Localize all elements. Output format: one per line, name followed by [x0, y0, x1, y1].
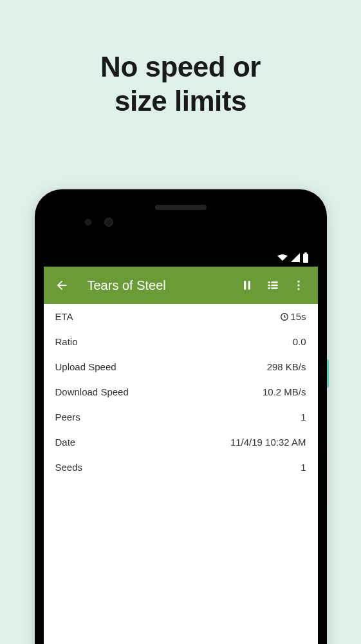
marketing-headline: No speed or size limits: [0, 0, 361, 118]
svg-rect-3: [248, 281, 250, 289]
arrow-back-icon: [55, 278, 69, 292]
row-value: 10.2 MB/s: [263, 386, 306, 397]
row-value: 11/4/19 10:32 AM: [230, 437, 306, 448]
detail-row-peers: Peers 1: [44, 404, 318, 430]
back-button[interactable]: [54, 278, 69, 293]
row-label: Peers: [55, 412, 80, 422]
row-value-text: 15s: [290, 311, 306, 322]
svg-rect-0: [303, 254, 308, 263]
app-bar: Tears of Steel: [44, 267, 318, 304]
row-value: 1: [301, 412, 306, 422]
row-label: Date: [55, 437, 76, 448]
list-button[interactable]: [260, 272, 286, 298]
row-value: 298 KB/s: [267, 361, 306, 372]
row-label: Seeds: [55, 462, 83, 473]
row-label: Download Speed: [55, 386, 129, 397]
battery-icon: [302, 252, 309, 263]
more-button[interactable]: [286, 272, 311, 298]
phone-volume-button: [327, 446, 329, 504]
detail-row-date: Date 11/4/19 10:32 AM: [44, 430, 318, 455]
svg-rect-6: [268, 285, 270, 287]
detail-row-download: Download Speed 10.2 MB/s: [44, 379, 318, 404]
headline-line1: No speed or: [100, 51, 261, 82]
app-bar-title: Tears of Steel: [88, 278, 234, 293]
phone-sensor: [104, 218, 113, 227]
svg-rect-1: [304, 252, 307, 254]
clock-icon: [280, 312, 289, 321]
row-value: 1: [301, 462, 306, 473]
svg-rect-2: [244, 281, 246, 289]
svg-point-12: [297, 288, 299, 290]
phone-mockup: Tears of Steel: [35, 189, 327, 644]
phone-screen: Tears of Steel: [44, 198, 318, 644]
phone-power-button: [327, 359, 329, 388]
pause-button[interactable]: [234, 272, 260, 298]
svg-rect-9: [271, 287, 277, 289]
detail-row-upload: Upload Speed 298 KB/s: [44, 354, 318, 379]
svg-rect-8: [268, 287, 270, 289]
svg-point-11: [297, 284, 299, 286]
phone-speaker: [155, 205, 207, 210]
detail-row-eta: ETA 15s: [44, 304, 318, 329]
svg-rect-4: [268, 281, 270, 283]
headline-line2: size limits: [115, 85, 246, 117]
wifi-icon: [277, 252, 288, 263]
signal-icon: [290, 252, 301, 263]
detail-row-ratio: Ratio 0.0: [44, 329, 318, 354]
phone-body: Tears of Steel: [35, 189, 327, 644]
details-list: ETA 15s Ratio 0.0: [44, 304, 318, 644]
detail-row-seeds: Seeds 1: [44, 455, 318, 480]
status-icons: [277, 252, 309, 263]
pause-icon: [241, 279, 254, 292]
row-value: 0.0: [293, 336, 306, 347]
svg-point-10: [297, 281, 299, 283]
phone-camera: [85, 219, 91, 225]
row-label: ETA: [55, 311, 73, 322]
row-label: Ratio: [55, 336, 78, 347]
more-vert-icon: [292, 279, 305, 292]
row-label: Upload Speed: [55, 361, 116, 372]
svg-rect-7: [271, 285, 277, 287]
svg-rect-5: [271, 281, 277, 283]
row-value: 15s: [280, 311, 306, 322]
list-icon: [266, 279, 279, 292]
